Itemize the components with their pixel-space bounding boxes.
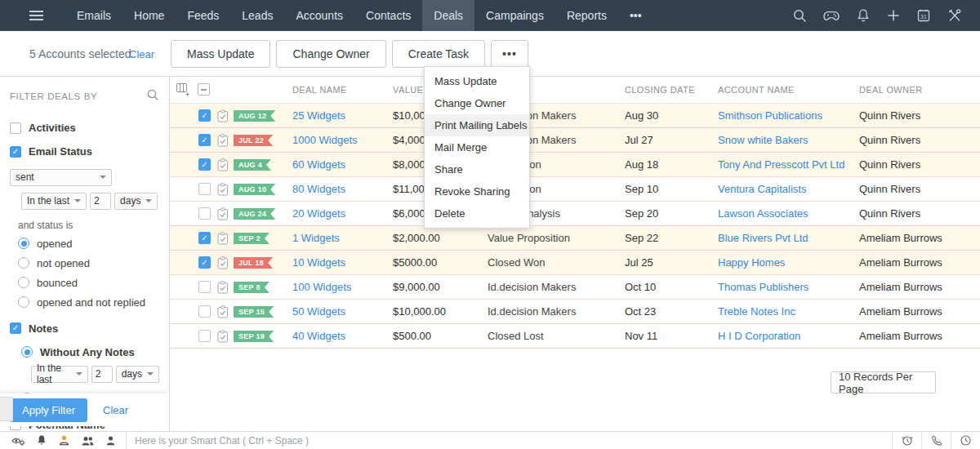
- status-option-not-opened[interactable]: not opened: [18, 257, 159, 269]
- deal-name-link[interactable]: 1 Widgets: [292, 232, 340, 244]
- task-clipboard-icon[interactable]: [217, 134, 229, 150]
- deal-name-link[interactable]: 40 Widgets: [292, 330, 345, 342]
- row-checkbox[interactable]: [198, 305, 211, 318]
- table-row[interactable]: AUG 4 60 Widgets $8,000.00 Negotiation A…: [170, 153, 980, 177]
- apply-filter-button[interactable]: Apply Filter: [10, 398, 87, 422]
- dropdown-item-mail-merge[interactable]: Mail Merge: [425, 136, 529, 158]
- deal-name-link[interactable]: 60 Widgets: [292, 158, 345, 171]
- calendar-icon[interactable]: 31: [916, 8, 931, 23]
- email-type-select[interactable]: sent: [10, 169, 112, 186]
- deal-name-link[interactable]: 50 Widgets: [292, 305, 345, 318]
- nav-item-accounts[interactable]: Accounts: [284, 0, 354, 31]
- task-clipboard-icon[interactable]: [217, 109, 229, 126]
- header-deal-name[interactable]: DEAL NAME: [292, 85, 347, 95]
- task-clipboard-icon[interactable]: [217, 281, 229, 297]
- nav-item-leads[interactable]: Leads: [230, 0, 284, 31]
- deal-name-link[interactable]: 25 Widgets: [292, 109, 345, 122]
- nav-item-reports[interactable]: Reports: [555, 0, 618, 31]
- table-row[interactable]: SEP 2 1 Widgets $2,000.00 Value Proposit…: [170, 226, 980, 251]
- notes-checkbox[interactable]: [10, 322, 21, 334]
- table-row[interactable]: SEP 15 50 Widgets $10,000.00 Id.decision…: [170, 300, 980, 324]
- email-days-count-input[interactable]: [90, 193, 111, 210]
- records-per-page-select[interactable]: 10 Records Per Page: [831, 371, 936, 393]
- deal-name-link[interactable]: 100 Widgets: [292, 281, 351, 293]
- row-checkbox[interactable]: [198, 281, 211, 293]
- nav-item-campaings[interactable]: Campaings: [474, 0, 555, 31]
- more-actions-button[interactable]: •••: [491, 40, 528, 68]
- table-row[interactable]: AUG 10 80 Widgets $11,000.00 Negotiation…: [170, 177, 980, 202]
- nav-item-deals[interactable]: Deals: [422, 0, 474, 31]
- row-checkbox[interactable]: [198, 183, 211, 195]
- nav-item-contacts[interactable]: Contacts: [354, 0, 422, 31]
- deal-name-link[interactable]: 80 Widgets: [292, 183, 345, 195]
- filter-activities[interactable]: Activities: [10, 122, 159, 134]
- email-unit-select[interactable]: days: [114, 193, 158, 210]
- filter-email-status[interactable]: Email Status: [10, 145, 159, 158]
- nav-item-feeds[interactable]: Feeds: [176, 0, 230, 31]
- table-row[interactable]: AUG 12 25 Widgets $10,000.00 Id.decision…: [170, 104, 980, 128]
- task-clipboard-icon[interactable]: [217, 330, 229, 346]
- nav-item-emails[interactable]: Emails: [65, 0, 122, 31]
- table-row[interactable]: SEP 8 100 Widgets $9,000.00 Id.decision …: [170, 275, 980, 300]
- create-task-button[interactable]: Create Task: [392, 40, 485, 68]
- dropdown-item-mass-update[interactable]: Mass Update: [425, 70, 529, 92]
- mass-update-button[interactable]: Mass Update: [171, 40, 270, 68]
- call-icon[interactable]: [921, 432, 951, 449]
- account-name-link[interactable]: H I D Corporation: [718, 330, 800, 342]
- notes-days-count-input[interactable]: [91, 366, 113, 383]
- tools-icon[interactable]: [947, 8, 962, 23]
- row-checkbox[interactable]: [198, 158, 211, 171]
- header-closing-date[interactable]: CLOSING DATE: [625, 85, 695, 95]
- row-checkbox[interactable]: [198, 109, 211, 122]
- user-icon[interactable]: [105, 435, 116, 447]
- smart-chat-input[interactable]: Here is your Smart Chat ( Ctrl + Space ): [127, 432, 892, 449]
- task-clipboard-icon[interactable]: [217, 232, 229, 248]
- account-name-link[interactable]: Blue Rivers Pvt Ltd: [718, 232, 808, 244]
- header-account-name[interactable]: ACCOUNT NAME: [718, 85, 795, 95]
- dropdown-item-print-mailing-labels[interactable]: Print Mailing Labels: [425, 114, 529, 136]
- table-row[interactable]: SEP 19 40 Widgets $500.00 Closed Lost No…: [170, 324, 980, 349]
- column-settings-icon[interactable]: [176, 83, 190, 100]
- nav-item-home[interactable]: Home: [122, 0, 176, 31]
- account-name-link[interactable]: Lawson Associates: [718, 207, 808, 220]
- deal-name-link[interactable]: 10 Widgets: [292, 256, 345, 269]
- row-checkbox[interactable]: [198, 134, 211, 146]
- dropdown-item-revoke-sharing[interactable]: Revoke Sharing: [425, 180, 529, 202]
- task-clipboard-icon[interactable]: [217, 305, 229, 322]
- account-name-link[interactable]: Happy Homes: [718, 256, 785, 269]
- change-owner-button[interactable]: Change Owner: [276, 40, 385, 68]
- email-range-select[interactable]: In the last: [21, 193, 87, 210]
- row-checkbox[interactable]: [198, 232, 211, 244]
- notes-unit-select[interactable]: days: [116, 366, 159, 383]
- task-clipboard-icon[interactable]: [217, 207, 229, 224]
- account-name-link[interactable]: Treble Notes Inc: [718, 305, 795, 318]
- task-clipboard-icon[interactable]: [217, 158, 229, 175]
- task-clipboard-icon[interactable]: [217, 183, 229, 199]
- gamepad-icon[interactable]: [822, 8, 840, 23]
- history-icon[interactable]: [951, 432, 980, 449]
- account-name-link[interactable]: Smithson Publications: [718, 109, 822, 122]
- nav-item-[interactable]: •••: [618, 0, 653, 31]
- clear-filter-link[interactable]: Clear: [103, 404, 128, 416]
- row-checkbox[interactable]: [198, 330, 211, 342]
- bell-icon[interactable]: [856, 8, 871, 23]
- chat-bell-icon[interactable]: [36, 434, 47, 447]
- account-name-link[interactable]: Ventura Capitalists: [718, 183, 806, 195]
- status-option-opened[interactable]: opened: [18, 238, 159, 250]
- alarm-icon[interactable]: [892, 432, 921, 449]
- deal-name-link[interactable]: 1000 Widgets: [292, 134, 358, 146]
- notes-range-select[interactable]: In the last: [31, 366, 88, 383]
- status-option-bounced[interactable]: bounced: [18, 277, 159, 289]
- select-all-checkbox[interactable]: [198, 83, 210, 96]
- filter-search-icon[interactable]: [146, 88, 159, 104]
- table-row[interactable]: JUL 18 10 Widgets $5000.00 Closed Won Ju…: [170, 251, 980, 275]
- clear-selection-link[interactable]: Clear: [129, 48, 154, 60]
- dropdown-item-change-owner[interactable]: Change Owner: [425, 92, 529, 114]
- user-status-icon[interactable]: [58, 434, 70, 447]
- plus-icon[interactable]: [886, 8, 901, 23]
- hamburger-menu-icon[interactable]: [29, 0, 46, 31]
- contacts-icon[interactable]: [81, 435, 95, 447]
- status-option-opened-not-replied[interactable]: opened and not replied: [18, 296, 159, 309]
- account-name-link[interactable]: Thomas Publishers: [718, 281, 808, 293]
- notes-option-without[interactable]: Without Any Notes: [21, 346, 159, 358]
